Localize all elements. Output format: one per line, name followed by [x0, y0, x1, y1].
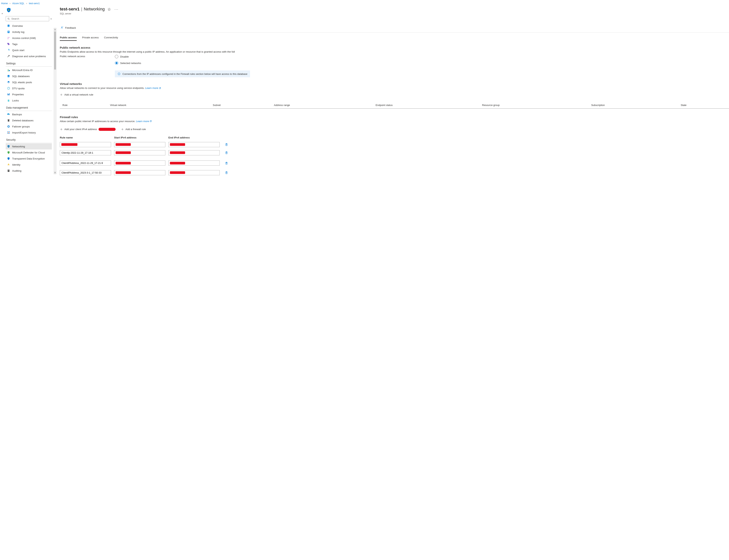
vnet-col-sub[interactable]: Subscription: [588, 102, 678, 109]
feedback-button[interactable]: Feedback: [60, 25, 77, 31]
info-callout: Connections from the IP addresses config…: [115, 70, 250, 77]
vnet-col-vnet[interactable]: Virtual network: [107, 102, 210, 109]
overview-icon: [7, 24, 10, 28]
vnet-col-subnet[interactable]: Subnet: [210, 102, 271, 109]
sidebar-item-iam[interactable]: Access control (IAM): [6, 35, 52, 41]
sidebar-item-overview[interactable]: Overview: [6, 23, 52, 29]
iam-icon: [7, 36, 10, 40]
sidebar-item-identity[interactable]: Identity: [6, 162, 52, 168]
sidebar-item-databases[interactable]: SQL databases: [6, 73, 52, 79]
activity-log-icon: [7, 30, 10, 34]
tde-icon: [7, 157, 10, 160]
fw-col-end: End IPv4 address: [168, 136, 220, 139]
fw-rule-start-input[interactable]: [114, 170, 165, 175]
sidebar-item-failover[interactable]: Failover groups: [6, 123, 52, 130]
radio-icon: [115, 61, 118, 65]
fw-rule-name-input[interactable]: [60, 142, 111, 147]
feedback-label: Feedback: [65, 26, 76, 29]
fw-rule-end-input[interactable]: [168, 160, 220, 166]
fw-rule-end-input[interactable]: [168, 150, 220, 155]
sidebar-item-tde[interactable]: Transparent Data Encryption: [6, 156, 52, 162]
tab-connectivity[interactable]: Connectivity: [104, 35, 118, 41]
firewall-learn-more-link[interactable]: Learn more: [136, 120, 152, 123]
tag-icon: [7, 42, 10, 46]
add-firewall-rule-button[interactable]: Add a firewall rule: [121, 128, 146, 131]
fw-rule-start-input[interactable]: [114, 142, 165, 147]
public-access-heading: Public network access: [60, 46, 729, 49]
delete-rule-button[interactable]: [223, 143, 230, 146]
expand-panel-icon[interactable]: »: [0, 5, 5, 15]
add-vnet-rule-button[interactable]: Add a virtual network rule: [60, 93, 93, 96]
sidebar-item-backups[interactable]: Backups: [6, 111, 52, 117]
import-icon: [7, 131, 10, 134]
delete-rule-button[interactable]: [223, 161, 230, 165]
resource-name: test-serv1: [60, 7, 80, 11]
sidebar-item-diagnose[interactable]: Diagnose and solve problems: [6, 53, 52, 59]
fw-rule-start-input[interactable]: [114, 160, 165, 166]
quickstart-icon: [7, 48, 10, 52]
more-button[interactable]: ···: [114, 7, 119, 12]
sidebar-item-activity-log[interactable]: Activity log: [6, 29, 52, 35]
sidebar-item-locks[interactable]: Locks: [6, 97, 52, 103]
vnet-col-rg[interactable]: Resource group: [479, 102, 588, 109]
breadcrumb: Home › Azure SQL › test-serv1: [0, 0, 729, 5]
sidebar-item-import-export[interactable]: Import/Export history: [6, 130, 52, 136]
sidebar-item-properties[interactable]: Properties: [6, 91, 52, 97]
info-text: Connections from the IP addresses config…: [123, 73, 247, 75]
sidebar-item-label: SQL elastic pools: [12, 81, 32, 84]
delete-rule-button[interactable]: [223, 151, 230, 154]
fw-rule-name-input[interactable]: [60, 160, 111, 166]
breadcrumb-home[interactable]: Home: [1, 2, 8, 5]
vnet-col-state[interactable]: State: [678, 102, 729, 109]
breadcrumb-resource[interactable]: test-serv1: [29, 2, 40, 5]
vnet-col-rule[interactable]: Rule: [60, 102, 107, 109]
command-bar: Feedback: [60, 25, 729, 31]
fw-rule-name-input[interactable]: [60, 170, 111, 175]
radio-label: Selected networks: [120, 62, 141, 65]
vnet-learn-more-link[interactable]: Learn more: [145, 87, 161, 89]
sidebar-item-networking[interactable]: Networking: [6, 143, 52, 149]
fw-col-start: Start IPv4 address: [114, 136, 165, 139]
sidebar-item-quickstart[interactable]: Quick start: [6, 47, 52, 53]
sidebar-item-tags[interactable]: Tags: [6, 41, 52, 47]
sidebar-item-entra[interactable]: Microsoft Entra ID: [6, 67, 52, 73]
radio-disable[interactable]: Disable: [115, 55, 250, 58]
fw-rule-name-input[interactable]: [60, 150, 111, 155]
sidebar-item-label: SQL databases: [12, 75, 30, 78]
sidebar-item-label: Transparent Data Encryption: [12, 157, 45, 160]
failover-icon: [7, 125, 10, 128]
vnet-col-endpoint[interactable]: Endpoint status: [373, 102, 479, 109]
fw-rule-end-input[interactable]: [168, 142, 220, 147]
sidebar-item-dtu[interactable]: DTU quota: [6, 85, 52, 91]
favorite-button[interactable]: [107, 7, 112, 12]
sidebar-section-data: Data management: [6, 103, 52, 110]
plus-icon: [121, 128, 124, 131]
sidebar-item-auditing[interactable]: Auditing: [6, 168, 52, 174]
sidebar-item-label: Auditing: [12, 169, 21, 172]
sidebar-item-deleted-db[interactable]: Deleted databases: [6, 117, 52, 123]
sidebar-item-label: Microsoft Defender for Cloud: [12, 151, 45, 154]
fw-rule-start-input[interactable]: [114, 150, 165, 155]
add-client-ip-button[interactable]: Add your client IPv4 address: [60, 128, 116, 131]
divider: [6, 66, 52, 67]
chevron-right-icon: ›: [9, 2, 11, 5]
radio-selected-networks[interactable]: Selected networks: [115, 61, 250, 65]
tab-public-access[interactable]: Public access: [60, 35, 77, 41]
search-icon: [7, 17, 10, 20]
search-input[interactable]: [6, 16, 49, 21]
auditing-icon: [7, 169, 10, 172]
delete-rule-button[interactable]: [223, 171, 230, 174]
section-title: Networking: [84, 7, 105, 11]
fw-rule-end-input[interactable]: [168, 170, 220, 175]
firewall-desc-text: Allow certain public internet IP address…: [60, 120, 136, 123]
external-link-icon: [150, 120, 152, 122]
sidebar: « Overview Activity log Access control (…: [5, 5, 53, 178]
info-icon: [118, 72, 121, 75]
breadcrumb-azuresql[interactable]: Azure SQL: [12, 2, 25, 5]
sidebar-item-defender[interactable]: Microsoft Defender for Cloud: [6, 149, 52, 156]
vnet-col-addr[interactable]: Address range: [271, 102, 373, 109]
collapse-icon[interactable]: «: [50, 17, 52, 20]
sidebar-item-elastic[interactable]: SQL elastic pools: [6, 79, 52, 85]
tab-private-access[interactable]: Private access: [82, 35, 99, 41]
sidebar-item-label: Microsoft Entra ID: [12, 69, 33, 72]
